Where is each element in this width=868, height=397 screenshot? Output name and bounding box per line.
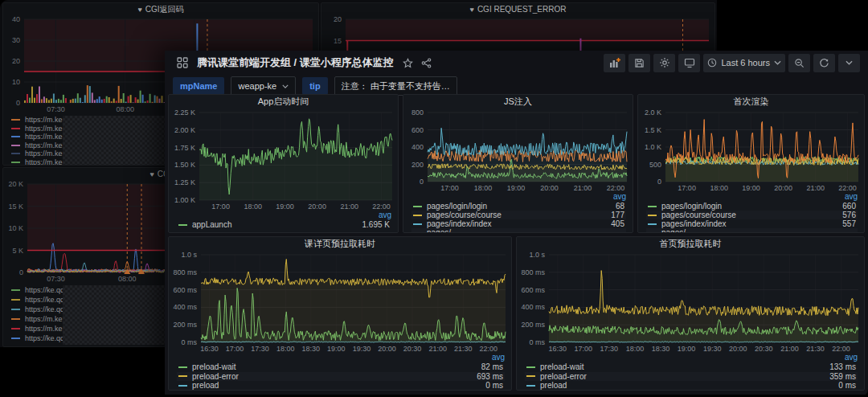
legend-avg-value: … (616, 228, 624, 232)
legend-avg-value: 1.695 K (362, 220, 390, 229)
svg-text:15 K: 15 K (8, 203, 23, 211)
svg-text:17:00: 17:00 (211, 203, 230, 211)
app-launch-chart[interactable]: 17:0018:0019:0020:0021:0022:002.25 K2.00… (169, 108, 398, 211)
svg-text:21:30: 21:30 (806, 345, 825, 353)
svg-text:5 K: 5 K (12, 247, 23, 255)
course-prefetch-chart[interactable]: 16:3017:0017:3018:0018:3019:0019:3020:00… (169, 251, 511, 353)
legend-avg-value: 557 (842, 219, 856, 228)
legend-row[interactable]: pages/…… (411, 228, 626, 232)
save-dashboard-button[interactable] (628, 54, 650, 72)
svg-text:20:00: 20:00 (308, 203, 326, 211)
first-render-chart[interactable]: 17:0018:0019:0020:0021:0022:002.0 K1.5 K… (638, 108, 864, 192)
star-icon[interactable] (403, 58, 413, 68)
time-range-picker[interactable]: Last 6 hours (703, 54, 785, 72)
variable-mpname-select[interactable]: weapp-ke (231, 76, 296, 96)
svg-text:17:00: 17:00 (678, 184, 696, 192)
legend-row[interactable]: pages/…… (646, 228, 858, 232)
variable-tip-label: tip (302, 77, 327, 95)
refresh-interval-dropdown[interactable] (838, 54, 860, 72)
first-render-legend: avgpages/login/login660pages/course/cour… (638, 192, 864, 232)
svg-text:200: 200 (411, 161, 424, 169)
svg-text:07:30: 07:30 (47, 275, 65, 283)
legend-row[interactable]: pages/course/course177 (411, 211, 626, 219)
panel-title[interactable]: 首次渲染 (638, 95, 864, 108)
legend-row[interactable]: preload-error359 ms (525, 372, 858, 382)
svg-text:600 ms: 600 ms (173, 286, 197, 294)
legend-avg-value: 660 (842, 202, 856, 211)
svg-text:22:00: 22:00 (838, 184, 857, 192)
svg-text:21:00: 21:00 (340, 203, 358, 211)
legend-row[interactable]: pages/index/index557 (646, 219, 858, 228)
series-color-dash (11, 153, 20, 154)
legend-row[interactable]: pages/login/login68 (411, 202, 626, 211)
svg-text:08:00: 08:00 (118, 275, 137, 283)
svg-text:20: 20 (334, 15, 342, 23)
tv-mode-button[interactable] (678, 54, 700, 72)
dashboard-title[interactable]: 腾讯课堂前端开发组 / 课堂小程序总体监控 (197, 55, 394, 70)
legend-avg-value: 82 ms (481, 362, 503, 371)
course-prefetch-legend: avgpreload-wait82 mspreload-error693 msp… (169, 353, 511, 390)
legend-avg-value: 693 ms (477, 372, 503, 381)
legend-avg-value: 576 (842, 211, 856, 219)
legend-avg-value: … (848, 228, 856, 232)
legend-avg-value: 177 (611, 211, 624, 219)
legend-row[interactable]: appLaunch1.695 K (177, 220, 391, 229)
legend-row[interactable]: preload0 ms (177, 381, 505, 390)
legend-row[interactable]: pages/login/login660 (646, 202, 858, 211)
legend-row[interactable]: preload0 ms (525, 381, 858, 390)
series-color-dash (11, 318, 20, 320)
bg-panel-title: ♥CGI返回码 (3, 3, 318, 15)
svg-text:18:00: 18:00 (626, 345, 645, 353)
series-color-dash (526, 385, 535, 387)
legend-row[interactable]: pages/course/course576 (646, 211, 858, 219)
svg-text:40: 40 (12, 15, 20, 23)
series-color-dash (526, 366, 535, 368)
svg-text:17:00: 17:00 (226, 345, 244, 353)
series-color-dash (11, 289, 20, 291)
panel-index-prefetch: 首页预拉取耗时 16:3017:0017:3018:0018:3019:0019… (516, 236, 865, 391)
variable-tip-text: 注意： 由于变量不支持告… (334, 76, 457, 96)
svg-text:10: 10 (12, 78, 20, 86)
dashboard-grid-icon[interactable] (177, 57, 188, 68)
share-icon[interactable] (421, 58, 432, 68)
svg-text:200 ms: 200 ms (521, 321, 545, 329)
panel-title[interactable]: App启动时间 (169, 95, 398, 108)
svg-text:0 ms: 0 ms (529, 338, 545, 346)
index-prefetch-chart[interactable]: 16:3017:0017:3018:0018:3019:0019:3020:00… (517, 251, 864, 353)
panel-title[interactable]: 课详页预拉取耗时 (169, 237, 511, 251)
svg-text:0: 0 (420, 178, 424, 186)
dashboard-settings-button[interactable] (653, 54, 675, 72)
legend-avg-value: 133 ms (829, 362, 856, 371)
legend-series-name: pages/login/login (661, 202, 722, 211)
legend-row[interactable]: preload-wait82 ms (177, 362, 505, 372)
series-color-dash (413, 232, 422, 233)
legend-avg-value: 0 ms (485, 381, 503, 390)
svg-text:19:00: 19:00 (276, 203, 294, 211)
svg-text:2.0 K: 2.0 K (645, 108, 661, 117)
add-panel-button[interactable] (604, 54, 625, 72)
js-inject-chart[interactable]: 17:0018:0019:0020:0021:0022:008006004002… (403, 108, 633, 192)
legend-row[interactable]: preload-error693 ms (177, 372, 505, 382)
series-color-dash (11, 136, 20, 137)
alert-heart-icon: ♥ (470, 6, 474, 14)
series-color-dash (178, 385, 187, 387)
legend-row[interactable]: pages/index/index405 (411, 219, 626, 228)
legend-row[interactable]: preload-wait133 ms (525, 362, 858, 372)
series-color-dash (11, 119, 20, 121)
zoom-out-button[interactable] (788, 54, 810, 72)
svg-text:18:30: 18:30 (652, 345, 670, 353)
series-color-dash (413, 206, 422, 207)
legend-avg-value: 405 (611, 219, 624, 228)
refresh-button[interactable] (813, 54, 835, 72)
panel-js-inject: JS注入 17:0018:0019:0020:0021:0022:0080060… (403, 94, 633, 233)
legend-series-name: preload-error (192, 372, 239, 381)
svg-text:21:00: 21:00 (806, 184, 825, 192)
svg-text:500: 500 (649, 161, 661, 169)
panel-course-prefetch: 课详页预拉取耗时 16:3017:0017:3018:0018:3019:001… (168, 236, 512, 391)
alert-heart-icon: ♥ (149, 170, 154, 178)
panel-title[interactable]: JS注入 (403, 95, 633, 108)
series-color-dash (413, 223, 422, 225)
legend-series-name: pages/index/index (661, 219, 727, 228)
svg-text:22:00: 22:00 (832, 345, 850, 353)
panel-title[interactable]: 首页预拉取耗时 (517, 237, 864, 251)
